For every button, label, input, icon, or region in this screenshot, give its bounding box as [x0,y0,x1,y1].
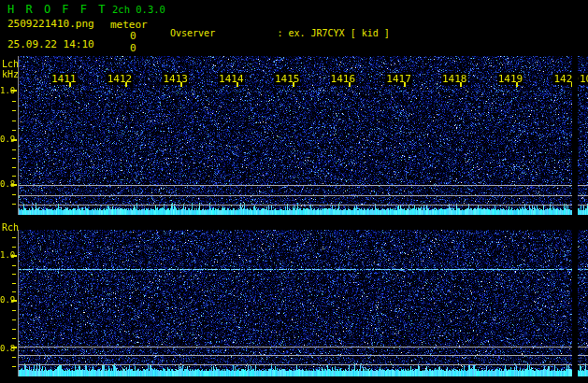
time-label-1412: 1412 [107,73,134,85]
bottom-margin [0,376,588,383]
frequency-tick [12,158,16,159]
frequency-tick [11,139,17,141]
minute-tick [349,82,351,87]
observer-line: Ovserver : ex. JR7CYX [ kid ] [170,27,588,40]
time-label-partial: 10 [579,73,588,85]
reference-line [19,364,588,365]
reference-line [19,195,588,196]
reference-line [19,185,588,186]
rch-data-gap-column [572,230,578,376]
frequency-tick [12,247,16,248]
app-title: H R O F F T [7,3,108,16]
time-label-1417: 1417 [385,73,412,85]
time-label-1411: 1411 [50,73,78,85]
frequency-tick [12,319,16,320]
frequency-tick [12,176,16,177]
frequency-tick [12,265,16,266]
frequency-tick [12,357,16,358]
frequency-unit-label: kHz [2,69,19,79]
minute-tick [237,82,238,87]
frequency-tick [11,255,17,257]
frequency-tick [12,338,16,339]
time-label-1418: 1418 [441,73,468,85]
reference-line [19,205,588,206]
minute-tick [460,82,462,87]
rch-channel-label: Rch [2,222,19,233]
frequency-tick [12,204,16,205]
frequency-tick [11,90,17,92]
frequency-tick [11,347,17,348]
lch-echo-count: 0 [130,30,136,42]
lch-frequency-axis-line [18,56,19,215]
frequency-tick [12,310,16,311]
time-label-1413: 1413 [162,73,189,85]
frequency-tick [12,101,16,102]
filename-label: 2509221410.png [7,18,94,30]
frequency-tick [12,329,16,330]
hrofft-output-image: H R O F F T 2509221410.png 25.09.22 14:1… [0,0,588,383]
frequency-tick [12,110,16,111]
frequency-tick [12,366,16,367]
minute-tick [404,82,406,87]
frequency-tick [12,194,16,195]
minute-tick [516,82,518,87]
frequency-tick [12,237,16,238]
lch-channel-label: Lch [2,59,19,69]
minute-tick [69,82,71,87]
rch-freq-label-0-8: 0.8 [0,344,15,353]
frequency-tick [11,300,17,302]
reference-line [19,347,588,348]
frequency-tick [12,283,16,284]
minute-tick [125,82,127,87]
time-label-1419: 1419 [497,73,524,85]
reference-line [19,355,588,356]
frequency-tick [12,291,16,292]
minute-tick [180,82,182,87]
frequency-tick [12,274,16,275]
frequency-tick [12,130,16,131]
frequency-tick [12,167,16,168]
rch-echo-count: 0 [130,42,136,54]
minute-tick [293,82,294,87]
version-label: 2ch 0.3.0 [112,4,165,15]
mode-label: meteor [110,19,148,31]
datetime-label: 25.09.22 14:10 [7,38,94,50]
frequency-tick [12,149,16,150]
time-label-1416: 1416 [330,73,357,85]
lch-data-gap-column [572,56,578,215]
time-label-1415: 1415 [274,73,301,85]
frequency-tick [12,121,16,121]
time-label-1414: 1414 [218,73,245,85]
frequency-tick [11,184,17,186]
